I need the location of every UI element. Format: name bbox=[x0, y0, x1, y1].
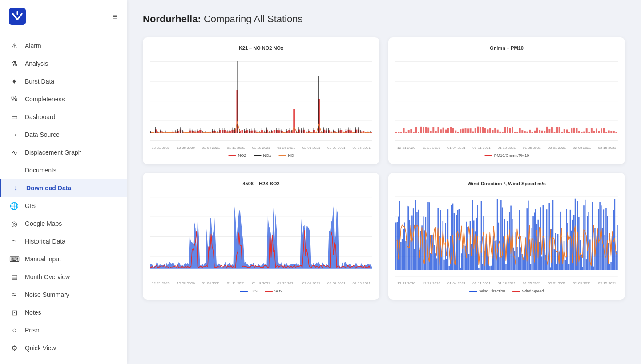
svg-rect-82 bbox=[242, 128, 242, 133]
svg-rect-419 bbox=[552, 200, 554, 270]
sidebar-item-month-overview[interactable]: ▤ Month Overview bbox=[0, 268, 127, 286]
sidebar-item-completeness[interactable]: % Completeness bbox=[0, 90, 127, 108]
svg-rect-222 bbox=[470, 128, 472, 133]
svg-rect-412 bbox=[544, 250, 544, 270]
sidebar-item-burst-data[interactable]: ♦ Burst Data bbox=[0, 72, 127, 90]
svg-rect-85 bbox=[246, 130, 248, 133]
svg-rect-244 bbox=[524, 131, 526, 133]
sidebar-item-documents[interactable]: □ Documents bbox=[0, 161, 127, 179]
svg-rect-261 bbox=[566, 130, 568, 133]
svg-rect-232 bbox=[494, 128, 496, 133]
sidebar-label-documents: Documents bbox=[25, 167, 56, 174]
svg-rect-309 bbox=[416, 212, 418, 270]
svg-rect-180 bbox=[363, 129, 363, 133]
svg-rect-231 bbox=[492, 130, 494, 133]
sidebar-item-notes[interactable]: ⊡ Notes bbox=[0, 304, 127, 321]
svg-rect-275 bbox=[601, 128, 602, 133]
svg-rect-300 bbox=[405, 241, 407, 270]
svg-rect-462 bbox=[605, 208, 607, 270]
svg-rect-359 bbox=[478, 268, 480, 270]
svg-rect-430 bbox=[566, 209, 567, 270]
svg-rect-220 bbox=[465, 128, 467, 133]
svg-rect-433 bbox=[570, 210, 571, 270]
data-source-icon: → bbox=[10, 130, 19, 139]
svg-rect-194 bbox=[400, 132, 402, 133]
svg-rect-271 bbox=[591, 128, 593, 133]
chart-card-chart4: Wind Direction °, Wind Speed m/s12-21 20… bbox=[388, 173, 625, 300]
sidebar-item-historical-data[interactable]: ~ Historical Data bbox=[0, 232, 127, 250]
svg-rect-94 bbox=[257, 131, 257, 133]
svg-rect-158 bbox=[336, 131, 336, 133]
sidebar-item-quick-view[interactable]: ⚙ Quick View bbox=[0, 339, 127, 357]
svg-rect-42 bbox=[192, 130, 193, 133]
svg-rect-422 bbox=[556, 264, 557, 270]
legend-item: Wind Direction bbox=[469, 289, 505, 293]
sidebar-item-analysis[interactable]: ⚗ Analysis bbox=[0, 55, 127, 72]
sidebar-item-dashboard[interactable]: ▭ Dashboard bbox=[0, 108, 127, 126]
svg-rect-276 bbox=[603, 128, 605, 133]
svg-rect-88 bbox=[249, 129, 250, 133]
chart-legend-chart3: H2SSO2 bbox=[150, 289, 372, 293]
hamburger-menu[interactable]: ≡ bbox=[113, 12, 118, 22]
sidebar-item-noise-summary[interactable]: ≈ Noise Summary bbox=[0, 286, 127, 304]
svg-rect-28 bbox=[175, 130, 175, 133]
svg-rect-131 bbox=[303, 130, 305, 133]
svg-rect-195 bbox=[403, 128, 405, 133]
sidebar-item-google-maps[interactable]: ◎ Google Maps bbox=[0, 215, 127, 232]
svg-rect-206 bbox=[430, 131, 432, 133]
sidebar-item-manual-input[interactable]: ⌨ Manual Input bbox=[0, 250, 127, 268]
svg-rect-34 bbox=[182, 130, 183, 133]
sidebar-item-prism[interactable]: ○ Prism bbox=[0, 321, 127, 339]
svg-rect-466 bbox=[610, 262, 611, 270]
chart-legend-chart4: Wind DirectionWind Speed bbox=[395, 289, 618, 293]
svg-rect-272 bbox=[593, 131, 595, 133]
historical-data-icon: ~ bbox=[10, 237, 19, 246]
svg-rect-296 bbox=[400, 242, 402, 270]
sidebar-item-data-source[interactable]: → Data Source bbox=[0, 126, 127, 144]
svg-rect-298 bbox=[403, 229, 404, 270]
svg-rect-391 bbox=[518, 257, 519, 270]
nav-menu: ⚠ Alarm ⚗ Analysis ♦ Burst Data % Comple… bbox=[0, 33, 127, 360]
sidebar-label-manual-input: Manual Input bbox=[25, 256, 61, 263]
svg-rect-48 bbox=[200, 128, 200, 133]
svg-rect-421 bbox=[555, 233, 556, 270]
svg-rect-215 bbox=[452, 128, 454, 133]
sidebar-item-alarm[interactable]: ⚠ Alarm bbox=[0, 37, 127, 55]
svg-rect-324 bbox=[435, 253, 436, 270]
legend-label: PM10/Gnimn/PM10 bbox=[494, 153, 529, 158]
svg-rect-308 bbox=[415, 200, 416, 270]
svg-rect-301 bbox=[407, 206, 408, 270]
sidebar-item-displacement-graph[interactable]: ∿ Displacement Graph bbox=[0, 144, 127, 161]
page-title-bold: Nordurhella: bbox=[143, 13, 201, 24]
page-title-sub: Comparing All Stations bbox=[201, 13, 303, 24]
svg-rect-90 bbox=[252, 129, 252, 133]
svg-rect-249 bbox=[536, 128, 538, 133]
sidebar-item-gis[interactable]: 🌐 GIS bbox=[0, 197, 127, 215]
svg-rect-208 bbox=[435, 131, 437, 133]
svg-rect-460 bbox=[603, 209, 605, 270]
sidebar-label-gis: GIS bbox=[25, 202, 36, 209]
svg-rect-302 bbox=[408, 206, 409, 270]
svg-rect-361 bbox=[481, 201, 482, 270]
sidebar-label-completeness: Completeness bbox=[25, 96, 65, 103]
svg-rect-122 bbox=[291, 130, 292, 133]
sidebar-item-download-data[interactable]: ↓ Download Data bbox=[0, 179, 127, 197]
legend-item: SO2 bbox=[265, 289, 282, 293]
vdv-logo bbox=[9, 8, 26, 25]
svg-rect-381 bbox=[505, 264, 507, 270]
svg-rect-96 bbox=[259, 131, 259, 133]
svg-rect-233 bbox=[497, 130, 499, 133]
legend-label: SO2 bbox=[274, 289, 282, 293]
svg-rect-417 bbox=[550, 267, 551, 270]
svg-rect-168 bbox=[348, 127, 348, 133]
svg-rect-390 bbox=[516, 247, 518, 270]
svg-rect-216 bbox=[455, 131, 456, 133]
svg-rect-420 bbox=[554, 249, 555, 270]
completeness-icon: % bbox=[10, 95, 19, 104]
svg-rect-429 bbox=[565, 260, 566, 270]
svg-rect-431 bbox=[567, 223, 568, 270]
svg-rect-452 bbox=[593, 267, 594, 270]
svg-rect-270 bbox=[588, 132, 590, 133]
svg-rect-443 bbox=[582, 267, 583, 270]
legend-item: NO bbox=[278, 153, 294, 158]
